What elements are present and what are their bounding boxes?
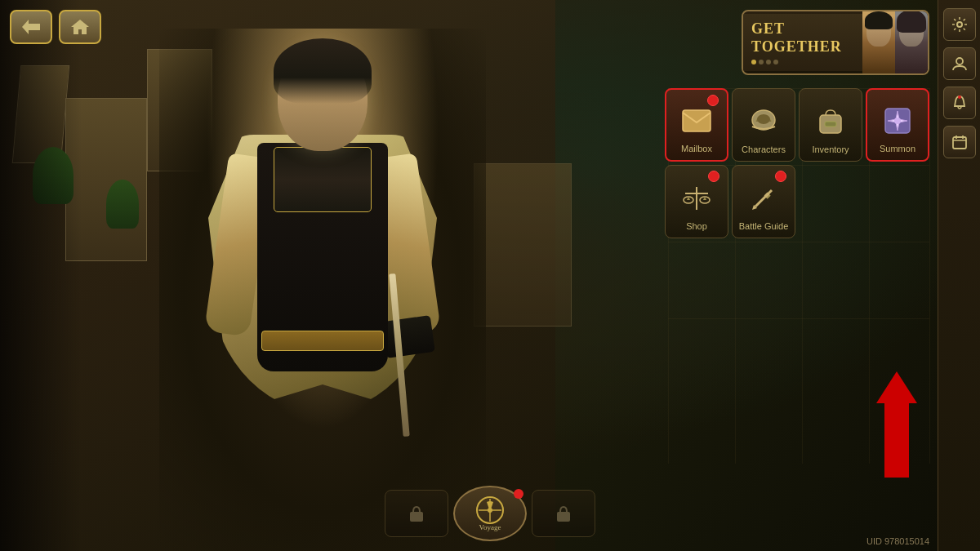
battleguide-label: Battle Guide xyxy=(739,221,789,231)
svg-point-16 xyxy=(894,118,901,124)
arrow-up-indicator xyxy=(864,371,929,486)
helmet-icon xyxy=(744,102,783,141)
summon-label: Summon xyxy=(880,144,915,153)
char-armor xyxy=(274,147,372,212)
svg-point-2 xyxy=(957,22,962,27)
svg-point-3 xyxy=(956,58,963,64)
dot-4 xyxy=(773,60,778,64)
mailbox-badge xyxy=(707,95,719,106)
banner-char-2 xyxy=(895,10,928,75)
menu-item-battleguide[interactable]: Battle Guide xyxy=(732,165,795,238)
backpack-icon xyxy=(811,102,850,141)
svg-line-21 xyxy=(755,190,772,207)
home-button[interactable] xyxy=(59,10,101,44)
bottom-lock-left xyxy=(385,490,448,537)
voyage-badge xyxy=(514,489,523,499)
character-figure xyxy=(159,29,486,551)
bottom-navigation: Voyage xyxy=(385,486,595,541)
svg-point-12 xyxy=(757,114,770,124)
char-belt xyxy=(261,331,384,351)
svg-rect-24 xyxy=(410,512,423,522)
shop-badge xyxy=(708,171,719,182)
svg-rect-14 xyxy=(825,122,836,127)
sparkle-icon xyxy=(878,101,917,140)
dot-3 xyxy=(766,60,771,64)
left-overlay xyxy=(0,0,82,551)
characters-label: Characters xyxy=(742,144,786,154)
menu-item-characters[interactable]: Characters xyxy=(732,88,795,162)
character-area xyxy=(98,0,547,551)
get-together-banner[interactable]: GET TOGETHER xyxy=(742,10,929,75)
scales-icon xyxy=(677,179,716,218)
bottom-lock-right xyxy=(532,490,595,537)
arrow-up-shape xyxy=(876,371,917,478)
banner-char-1 xyxy=(862,10,895,75)
voyage-label: Voyage xyxy=(479,523,501,531)
settings-button[interactable] xyxy=(943,8,976,41)
shop-label: Shop xyxy=(686,221,707,231)
banner-title: GET TOGETHER xyxy=(751,20,854,56)
svg-marker-0 xyxy=(22,20,40,34)
battleguide-badge xyxy=(775,171,786,182)
sword-icon xyxy=(744,179,783,218)
right-sidebar xyxy=(938,0,980,551)
mailbox-label: Mailbox xyxy=(681,144,712,153)
calendar-button[interactable] xyxy=(943,126,976,158)
menu-item-summon[interactable]: Summon xyxy=(866,88,929,162)
menu-item-inventory[interactable]: Inventory xyxy=(799,88,862,162)
dot-2 xyxy=(759,60,764,64)
banner-characters xyxy=(862,10,928,75)
top-left-nav xyxy=(10,10,101,44)
envelope-icon xyxy=(677,101,716,140)
dot-1 xyxy=(751,60,756,64)
uid-display: UID 978015014 xyxy=(866,536,929,546)
menu-grid: Mailbox Characters Inventory xyxy=(665,88,929,238)
banner-dots xyxy=(751,60,854,64)
char-glove-right xyxy=(381,315,435,358)
back-button[interactable] xyxy=(10,10,52,44)
get-together-text-area: GET TOGETHER xyxy=(743,14,862,70)
svg-rect-29 xyxy=(557,512,570,522)
voyage-button[interactable]: Voyage xyxy=(453,486,527,541)
svg-point-4 xyxy=(958,96,961,99)
char-hair xyxy=(274,38,372,104)
inventory-label: Inventory xyxy=(812,144,849,154)
notifications-button[interactable] xyxy=(943,87,976,119)
svg-marker-1 xyxy=(71,20,89,34)
svg-rect-5 xyxy=(953,137,966,149)
profile-button[interactable] xyxy=(943,47,976,80)
svg-rect-9 xyxy=(683,110,710,131)
menu-item-shop[interactable]: Shop xyxy=(665,165,728,238)
menu-item-mailbox[interactable]: Mailbox xyxy=(665,88,728,162)
